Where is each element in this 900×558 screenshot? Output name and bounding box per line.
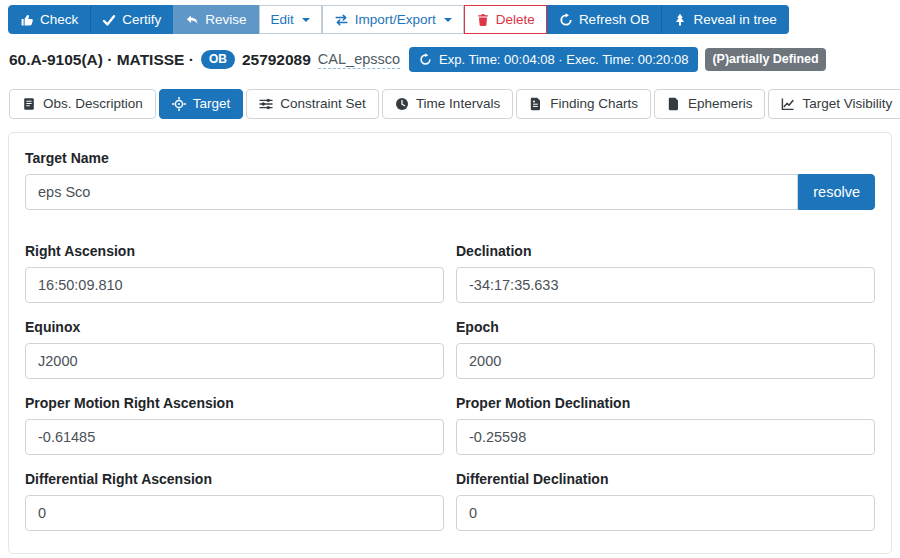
tab-target-visibility[interactable]: Target Visibility bbox=[768, 89, 900, 119]
epoch-field: Epoch bbox=[456, 319, 875, 379]
differential-dec-input[interactable] bbox=[456, 495, 875, 531]
crosshair-icon bbox=[172, 97, 186, 111]
delete-button[interactable]: Delete bbox=[464, 5, 547, 34]
check-button[interactable]: Check bbox=[8, 5, 90, 34]
resolve-button[interactable]: resolve bbox=[798, 174, 875, 210]
trash-icon bbox=[476, 13, 490, 27]
differential-dec-label: Differential Declination bbox=[456, 471, 875, 487]
tab-constraint-set[interactable]: Constraint Set bbox=[246, 89, 379, 119]
check-button-label: Check bbox=[40, 13, 78, 27]
proper-motion-dec-input[interactable] bbox=[456, 419, 875, 455]
right-ascension-label: Right Ascension bbox=[25, 243, 444, 259]
target-name-input[interactable] bbox=[25, 174, 798, 210]
caret-down-icon bbox=[302, 18, 310, 22]
right-ascension-input[interactable] bbox=[25, 267, 444, 303]
status-badge: (P)artially Defined bbox=[705, 48, 825, 71]
ob-header: 60.A-9105(A) · MATISSE · OB 25792089 CAL… bbox=[9, 47, 900, 72]
target-name-field: Target Name resolve bbox=[25, 150, 875, 210]
target-name-label: Target Name bbox=[25, 150, 875, 166]
tab-label: Target Visibility bbox=[802, 96, 892, 112]
refresh-ob-button-label: Refresh OB bbox=[579, 13, 650, 27]
tab-target[interactable]: Target bbox=[159, 89, 244, 119]
delete-button-label: Delete bbox=[496, 13, 535, 27]
tab-label: Finding Charts bbox=[550, 96, 638, 112]
declination-field: Declination bbox=[456, 243, 875, 303]
certify-button-label: Certify bbox=[122, 13, 161, 27]
p2-ob-page: Check Certify Revise Edit Import/Export bbox=[0, 5, 900, 554]
epoch-label: Epoch bbox=[456, 319, 875, 335]
tab-label: Time Intervals bbox=[416, 96, 500, 112]
reveal-in-tree-button[interactable]: Reveal in tree bbox=[661, 5, 788, 34]
ob-toolbar: Check Certify Revise Edit Import/Export bbox=[8, 5, 900, 34]
differential-dec-field: Differential Declination bbox=[456, 471, 875, 531]
proper-motion-ra-input[interactable] bbox=[25, 419, 444, 455]
caret-down-icon bbox=[444, 18, 452, 22]
edit-dropdown-button[interactable]: Edit bbox=[259, 5, 322, 34]
proper-motion-dec-field: Proper Motion Declination bbox=[456, 395, 875, 455]
proper-motion-ra-label: Proper Motion Right Ascension bbox=[25, 395, 444, 411]
refresh-icon bbox=[559, 13, 573, 27]
revise-button[interactable]: Revise bbox=[173, 5, 258, 34]
ob-badge: OB bbox=[201, 50, 235, 69]
target-form-card: Target Name resolve Right Ascension Decl… bbox=[8, 132, 892, 554]
ob-title-prefix: 60.A-9105(A) · MATISSE · bbox=[9, 51, 194, 69]
right-ascension-field: Right Ascension bbox=[25, 243, 444, 303]
revise-button-label: Revise bbox=[205, 13, 246, 27]
journal-icon bbox=[22, 97, 36, 111]
tab-label: Target bbox=[193, 96, 231, 112]
clock-icon bbox=[395, 97, 409, 111]
sliders-icon bbox=[259, 97, 273, 111]
refresh-icon bbox=[419, 53, 432, 66]
reply-arrow-icon bbox=[185, 13, 199, 27]
ob-number: 25792089 bbox=[242, 51, 311, 69]
thumbs-up-icon bbox=[20, 13, 34, 27]
differential-ra-label: Differential Right Ascension bbox=[25, 471, 444, 487]
equinox-field: Equinox bbox=[25, 319, 444, 379]
import-export-dropdown-button[interactable]: Import/Export bbox=[322, 5, 464, 34]
chart-line-icon bbox=[781, 97, 795, 111]
tab-label: Obs. Description bbox=[43, 96, 143, 112]
check-icon bbox=[102, 13, 116, 27]
declination-label: Declination bbox=[456, 243, 875, 259]
reveal-in-tree-button-label: Reveal in tree bbox=[693, 13, 776, 27]
refresh-ob-button[interactable]: Refresh OB bbox=[547, 5, 662, 34]
proper-motion-ra-field: Proper Motion Right Ascension bbox=[25, 395, 444, 455]
import-export-button-label: Import/Export bbox=[355, 13, 436, 27]
tab-label: Constraint Set bbox=[280, 96, 366, 112]
tab-label: Ephemeris bbox=[688, 96, 753, 112]
edit-button-label: Edit bbox=[271, 13, 294, 27]
declination-input[interactable] bbox=[456, 267, 875, 303]
certify-button[interactable]: Certify bbox=[90, 5, 173, 34]
differential-ra-input[interactable] bbox=[25, 495, 444, 531]
equinox-label: Equinox bbox=[25, 319, 444, 335]
tab-obs-description[interactable]: Obs. Description bbox=[9, 89, 156, 119]
tab-time-intervals[interactable]: Time Intervals bbox=[382, 89, 513, 119]
time-badge: Exp. Time: 00:04:08 · Exec. Time: 00:20:… bbox=[409, 47, 698, 72]
equinox-input[interactable] bbox=[25, 343, 444, 379]
tab-finding-charts[interactable]: Finding Charts bbox=[516, 89, 651, 119]
tab-bar: Obs. Description Target Constraint Set T… bbox=[9, 89, 900, 119]
differential-ra-field: Differential Right Ascension bbox=[25, 471, 444, 531]
tree-icon bbox=[673, 13, 687, 27]
swap-arrows-icon bbox=[334, 13, 349, 27]
proper-motion-dec-label: Proper Motion Declination bbox=[456, 395, 875, 411]
file-image-icon bbox=[529, 97, 543, 111]
file-icon bbox=[667, 97, 681, 111]
time-badge-label: Exp. Time: 00:04:08 · Exec. Time: 00:20:… bbox=[439, 53, 688, 66]
ob-name-editable[interactable]: CAL_epssco bbox=[318, 51, 400, 69]
epoch-input[interactable] bbox=[456, 343, 875, 379]
tab-ephemeris[interactable]: Ephemeris bbox=[654, 89, 766, 119]
